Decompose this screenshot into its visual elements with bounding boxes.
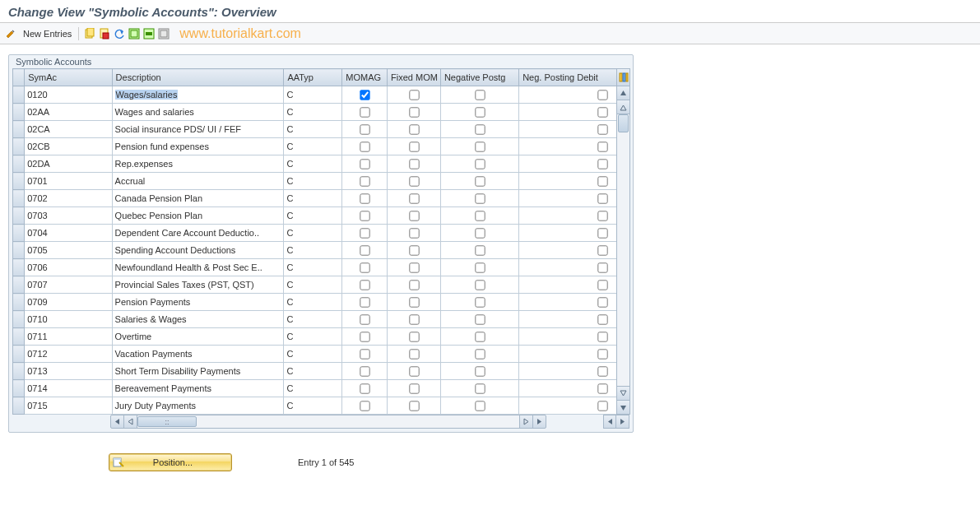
cell-fixed-mom[interactable] <box>388 104 441 121</box>
momag-checkbox[interactable] <box>360 90 369 100</box>
momag-checkbox[interactable] <box>360 245 369 255</box>
negative-postg-checkbox[interactable] <box>475 245 485 255</box>
col-neg-posting-debit[interactable]: Neg. Posting Debit <box>519 69 629 86</box>
negative-postg-checkbox[interactable] <box>475 383 485 393</box>
table-row[interactable]: 02DARep.expensesC <box>13 155 629 173</box>
fixed-mom-checkbox[interactable] <box>409 401 419 411</box>
negative-postg-checkbox[interactable] <box>475 349 485 359</box>
cell-description[interactable]: Dependent Care Account Deductio.. <box>112 225 284 242</box>
row-selector[interactable] <box>13 225 25 242</box>
negative-postg-checkbox[interactable] <box>475 193 485 203</box>
cell-momag[interactable] <box>342 397 388 415</box>
table-row[interactable]: 0711OvertimeC <box>13 328 629 346</box>
select-block-icon[interactable] <box>143 28 155 39</box>
cell-negative-postg[interactable] <box>440 190 518 207</box>
cell-negative-postg[interactable] <box>440 311 518 328</box>
row-selector[interactable] <box>13 276 25 294</box>
momag-checkbox[interactable] <box>360 262 369 272</box>
cell-neg-posting-debit[interactable] <box>519 155 629 173</box>
negative-postg-checkbox[interactable] <box>475 228 485 238</box>
neg-posting-debit-checkbox[interactable] <box>597 314 607 324</box>
cell-neg-posting-debit[interactable] <box>519 190 629 207</box>
neg-posting-debit-checkbox[interactable] <box>597 193 607 203</box>
scroll-down-arrow-icon[interactable] <box>617 400 629 414</box>
negative-postg-checkbox[interactable] <box>475 176 485 186</box>
cell-momag[interactable] <box>342 104 388 121</box>
cell-description[interactable]: Spending Account Deductions <box>112 242 284 259</box>
col-symac[interactable]: SymAc <box>25 69 112 86</box>
neg-posting-debit-checkbox[interactable] <box>597 211 607 220</box>
cell-neg-posting-debit[interactable] <box>519 104 629 121</box>
cell-aatyp[interactable]: C <box>284 121 342 138</box>
cell-momag[interactable] <box>342 121 388 138</box>
momag-checkbox[interactable] <box>360 193 369 203</box>
row-selector-header[interactable] <box>13 69 25 86</box>
table-row[interactable]: 0712Vacation PaymentsC <box>13 346 629 363</box>
cell-fixed-mom[interactable] <box>388 86 441 104</box>
cell-aatyp[interactable]: C <box>284 242 342 259</box>
col-momag[interactable]: MOMAG <box>342 69 388 86</box>
cell-fixed-mom[interactable] <box>388 363 441 380</box>
fixed-mom-checkbox[interactable] <box>409 124 419 134</box>
cell-neg-posting-debit[interactable] <box>519 397 629 415</box>
cell-description[interactable]: Pension Payments <box>112 294 284 311</box>
cell-aatyp[interactable]: C <box>284 86 342 104</box>
table-row[interactable]: 0701AccrualC <box>13 173 629 190</box>
momag-checkbox[interactable] <box>360 280 369 290</box>
row-selector[interactable] <box>13 380 25 397</box>
column-scroll-left-icon[interactable] <box>603 415 616 429</box>
negative-postg-checkbox[interactable] <box>475 142 485 151</box>
row-selector[interactable] <box>13 242 25 259</box>
table-row[interactable]: 0713Short Term Disability PaymentsC <box>13 363 629 380</box>
neg-posting-debit-checkbox[interactable] <box>597 383 607 393</box>
row-selector[interactable] <box>13 155 25 173</box>
neg-posting-debit-checkbox[interactable] <box>597 159 607 169</box>
table-row[interactable]: 0714Bereavement PaymentsC <box>13 380 629 397</box>
momag-checkbox[interactable] <box>360 142 369 151</box>
cell-negative-postg[interactable] <box>440 259 518 276</box>
cell-aatyp[interactable]: C <box>284 104 342 121</box>
cell-symac[interactable]: 0701 <box>25 173 112 190</box>
cell-negative-postg[interactable] <box>440 242 518 259</box>
row-selector[interactable] <box>13 294 25 311</box>
undo-change-icon[interactable] <box>114 28 125 39</box>
cell-aatyp[interactable]: C <box>284 294 342 311</box>
cell-fixed-mom[interactable] <box>388 328 441 346</box>
cell-fixed-mom[interactable] <box>388 346 441 363</box>
cell-fixed-mom[interactable] <box>388 276 441 294</box>
row-selector[interactable] <box>13 86 25 104</box>
negative-postg-checkbox[interactable] <box>475 332 485 341</box>
new-entries-button[interactable]: New Entries <box>20 27 79 40</box>
negative-postg-checkbox[interactable] <box>475 401 485 411</box>
cell-description[interactable]: Pension fund expenses <box>112 138 284 155</box>
neg-posting-debit-checkbox[interactable] <box>597 142 607 151</box>
scroll-track[interactable] <box>617 114 629 386</box>
select-all-icon[interactable] <box>128 28 140 39</box>
delete-icon[interactable] <box>99 28 110 39</box>
cell-neg-posting-debit[interactable] <box>519 363 629 380</box>
cell-symac[interactable]: 0715 <box>25 397 112 415</box>
cell-neg-posting-debit[interactable] <box>519 121 629 138</box>
cell-description[interactable]: Bereavement Payments <box>112 380 284 397</box>
cell-fixed-mom[interactable] <box>388 294 441 311</box>
scroll-down-step-icon[interactable] <box>617 386 629 400</box>
cell-momag[interactable] <box>342 311 388 328</box>
cell-negative-postg[interactable] <box>440 173 518 190</box>
row-selector[interactable] <box>13 207 25 225</box>
table-row[interactable]: 0702Canada Pension PlanC <box>13 190 629 207</box>
cell-aatyp[interactable]: C <box>284 380 342 397</box>
cell-negative-postg[interactable] <box>440 346 518 363</box>
cell-negative-postg[interactable] <box>440 207 518 225</box>
cell-negative-postg[interactable] <box>440 86 518 104</box>
fixed-mom-checkbox[interactable] <box>409 90 419 100</box>
negative-postg-checkbox[interactable] <box>475 124 485 134</box>
momag-checkbox[interactable] <box>360 297 369 307</box>
cell-negative-postg[interactable] <box>440 363 518 380</box>
neg-posting-debit-checkbox[interactable] <box>597 245 607 255</box>
row-selector[interactable] <box>13 190 25 207</box>
cell-momag[interactable] <box>342 173 388 190</box>
cell-description[interactable]: Quebec Pension Plan <box>112 207 284 225</box>
cell-fixed-mom[interactable] <box>388 311 441 328</box>
cell-momag[interactable] <box>342 242 388 259</box>
table-row[interactable]: 0709Pension PaymentsC <box>13 294 629 311</box>
